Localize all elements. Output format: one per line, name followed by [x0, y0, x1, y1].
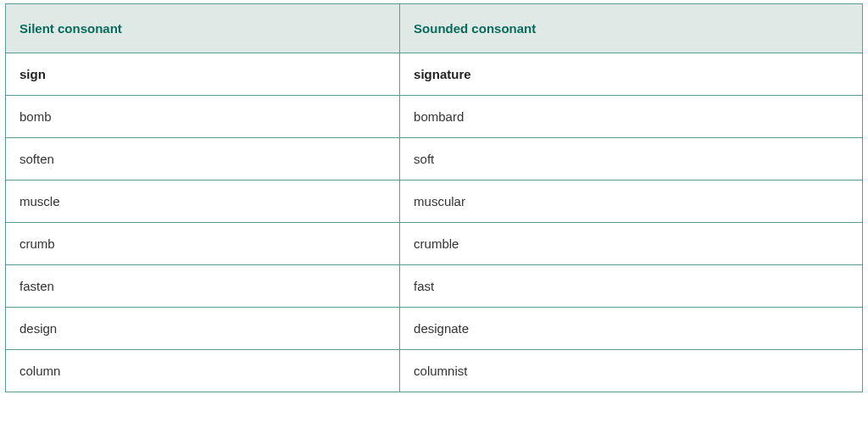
table-body: sign signature bomb bombard soften soft …	[6, 53, 863, 392]
cell-sounded: columnist	[400, 350, 863, 392]
cell-sounded: fast	[400, 265, 863, 308]
table-row: fasten fast	[6, 265, 863, 308]
cell-sounded: muscular	[400, 181, 863, 223]
header-sounded: Sounded consonant	[400, 4, 863, 53]
cell-sounded: designate	[400, 308, 863, 350]
table-row: column columnist	[6, 350, 863, 392]
table-row: sign signature	[6, 53, 863, 96]
cell-silent: sign	[6, 53, 400, 96]
table-row: muscle muscular	[6, 181, 863, 223]
cell-silent: column	[6, 350, 400, 392]
cell-sounded: crumble	[400, 223, 863, 265]
cell-silent: design	[6, 308, 400, 350]
table-row: bomb bombard	[6, 96, 863, 138]
table-header: Silent consonant Sounded consonant	[6, 4, 863, 53]
header-silent: Silent consonant	[6, 4, 400, 53]
cell-sounded: signature	[400, 53, 863, 96]
cell-sounded: soft	[400, 138, 863, 181]
cell-silent: soften	[6, 138, 400, 181]
table-row: design designate	[6, 308, 863, 350]
cell-silent: fasten	[6, 265, 400, 308]
cell-silent: crumb	[6, 223, 400, 265]
table-row: soften soft	[6, 138, 863, 181]
cell-silent: muscle	[6, 181, 400, 223]
cell-silent: bomb	[6, 96, 400, 138]
table-row: crumb crumble	[6, 223, 863, 265]
consonant-table: Silent consonant Sounded consonant sign …	[5, 3, 863, 392]
cell-sounded: bombard	[400, 96, 863, 138]
